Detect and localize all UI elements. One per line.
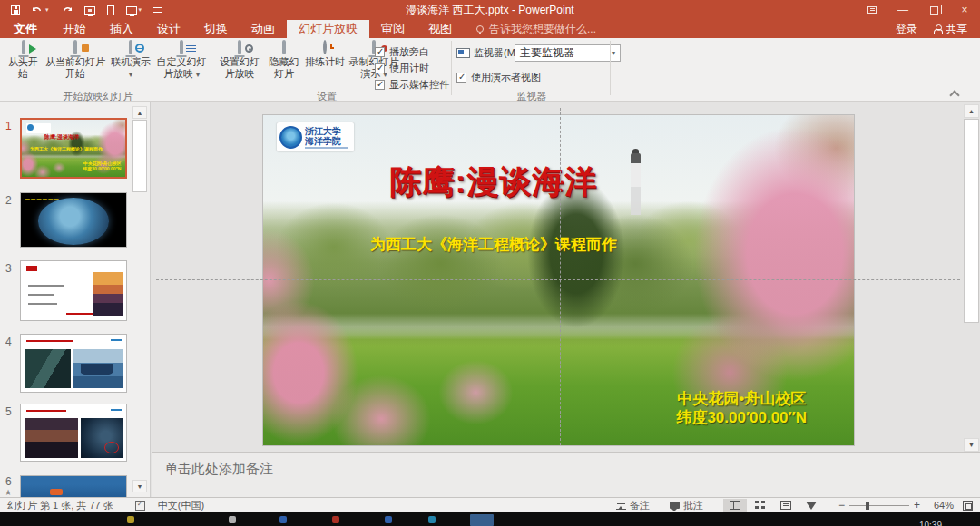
language-indicator[interactable]: 中文(中国) <box>158 499 204 512</box>
ribbon-display-options-icon[interactable] <box>857 0 887 20</box>
collapse-ribbon-icon[interactable] <box>951 89 958 96</box>
taskbar-app-icon[interactable] <box>229 516 236 523</box>
touch-mode-icon[interactable] <box>153 4 162 16</box>
use-presenter-view-label: 使用演示者视图 <box>471 71 541 84</box>
tab-slideshow[interactable]: 幻灯片放映 <box>287 20 369 38</box>
share-button[interactable]: 共享 <box>934 22 967 37</box>
tab-file[interactable]: 文件 <box>0 20 51 38</box>
zoom-out-button[interactable]: − <box>834 499 849 511</box>
university-logo-icon <box>279 126 302 149</box>
horizontal-guide[interactable] <box>156 279 960 280</box>
custom-slideshow-button[interactable]: 自定义幻灯片放映 ▾ <box>154 42 209 93</box>
slide-subtitle[interactable]: 为西工大《海洋工程概论》课程而作 <box>263 234 724 255</box>
reading-view-button[interactable] <box>774 499 798 512</box>
comments-toggle-button[interactable]: 批注 <box>670 499 703 512</box>
thumbnail-3-text-line <box>28 285 64 287</box>
zoom-slider[interactable] <box>849 505 909 506</box>
slideshow-view-button[interactable] <box>799 499 823 512</box>
use-timings-label: 使用计时 <box>389 62 429 75</box>
ribbon-tabs: 文件 开始 插入 设计 切换 动画 幻灯片放映 审阅 视图 告诉我您想要做什么.… <box>0 20 980 38</box>
play-narrations-checkbox[interactable]: 播放旁白 <box>375 45 429 58</box>
monitor-dropdown[interactable]: 主要监视器 ▾ <box>514 44 621 62</box>
thumbnail-1-title: 陈鹰:漫谈海洋 <box>44 133 79 141</box>
undo-icon[interactable]: ▾ <box>32 4 49 16</box>
thumbnail-slide-4[interactable] <box>20 334 127 393</box>
thumbnail-3-text-line <box>28 303 57 305</box>
thumbnail-1-logo <box>26 123 51 133</box>
restore-icon[interactable] <box>918 0 949 20</box>
use-presenter-view-checkbox[interactable]: 使用演示者视图 <box>456 71 541 83</box>
scroll-up-icon[interactable]: ▲ <box>964 104 979 118</box>
taskbar-app-icon[interactable] <box>385 516 392 523</box>
slide-edit-area: 浙江大学 海洋学院 陈鹰:漫谈海洋 为西工大《海洋工程概论》课程而作 中央花园•… <box>151 102 980 452</box>
window-controls: — × <box>857 0 980 20</box>
sign-in-button[interactable]: 登录 <box>896 22 917 37</box>
zoom-percentage[interactable]: 64% <box>934 500 954 511</box>
from-current-slide-button[interactable]: 从当前幻灯片开始 <box>43 42 108 93</box>
qat-customize-icon[interactable]: ▾ <box>126 4 142 16</box>
thumbnail-4-logo <box>111 339 122 341</box>
thumbnail-5-logo <box>111 409 122 411</box>
thumbnail-slide-3[interactable] <box>20 260 127 321</box>
thumbnail-number: 6 <box>5 475 12 488</box>
slide-sorter-view-button[interactable] <box>749 499 772 512</box>
thumbnail-slide-6[interactable]: — — — — — <box>20 475 127 497</box>
rehearse-timings-button[interactable]: 排练计时 <box>303 42 347 93</box>
thumbnail-slide-2[interactable]: — — — — — — <box>20 192 127 248</box>
notes-toggle-button[interactable]: 备注 <box>616 499 650 512</box>
thumbnail-scrollbar[interactable]: ▲ ▼ <box>132 106 147 492</box>
thumbnail-4-photo-right <box>74 349 122 388</box>
taskbar-app-icon[interactable] <box>428 516 436 523</box>
start-slideshow-icon[interactable] <box>84 4 95 16</box>
notes-panel[interactable]: 单击此处添加备注 <box>152 452 980 497</box>
tab-design[interactable]: 设计 <box>145 20 192 38</box>
save-icon[interactable] <box>11 4 20 16</box>
minimize-icon[interactable]: — <box>887 0 918 20</box>
normal-view-button[interactable] <box>723 499 747 512</box>
edit-area-scrollbar[interactable]: ▲ ▼ <box>964 104 979 452</box>
clock-icon <box>323 40 327 54</box>
notes-placeholder[interactable]: 单击此处添加备注 <box>164 461 273 478</box>
tab-review[interactable]: 审阅 <box>369 20 416 38</box>
tab-view[interactable]: 视图 <box>416 20 464 38</box>
accessibility-icon[interactable] <box>135 501 145 511</box>
notes-icon <box>616 502 626 510</box>
slide-location-text[interactable]: 中央花园•舟山校区 纬度30.00′00.00″N <box>676 389 807 427</box>
taskbar-app-icon[interactable] <box>279 516 287 523</box>
hide-slide-icon <box>282 40 286 54</box>
present-online-button[interactable]: 联机演示▾ <box>108 42 153 93</box>
redo-icon[interactable] <box>61 4 73 16</box>
slide-canvas[interactable]: 浙江大学 海洋学院 陈鹰:漫谈海洋 为西工大《海洋工程概论》课程而作 中央花园•… <box>263 115 854 445</box>
vertical-guide[interactable] <box>560 108 561 445</box>
tab-home[interactable]: 开始 <box>51 20 98 38</box>
share-label: 共享 <box>946 23 967 35</box>
tab-insert[interactable]: 插入 <box>98 20 145 38</box>
scrollbar-thumb[interactable] <box>132 120 147 192</box>
status-right: 备注 批注 − + 64% <box>616 499 980 512</box>
scrollbar-thumb[interactable] <box>964 119 979 323</box>
taskbar-active-app[interactable] <box>470 514 494 526</box>
new-document-icon[interactable] <box>107 4 114 16</box>
tell-me-box[interactable]: 告诉我您想要做什么... <box>476 20 596 38</box>
tab-transitions[interactable]: 切换 <box>192 20 240 38</box>
thumbnail-4-title <box>26 340 74 342</box>
from-beginning-button[interactable]: 从头开始 <box>4 42 43 93</box>
slide-title[interactable]: 陈鹰:漫谈海洋 <box>263 161 724 203</box>
setup-slideshow-button[interactable]: 设置幻灯片放映 <box>215 42 264 93</box>
close-icon[interactable]: × <box>949 0 980 20</box>
thumbnail-slide-1[interactable]: 陈鹰:漫谈海洋 为西工大《海洋工程概论》课程而作 中央花园•舟山校区纬度30.0… <box>20 118 127 179</box>
show-media-controls-checkbox[interactable]: 显示媒体控件 <box>375 78 449 91</box>
hide-slide-button[interactable]: 隐藏幻灯片 <box>265 42 303 93</box>
taskbar-app-icon[interactable] <box>127 516 134 523</box>
scroll-up-icon[interactable]: ▲ <box>132 106 147 119</box>
use-timings-checkbox[interactable]: 使用计时 <box>375 62 429 74</box>
scroll-down-icon[interactable]: ▼ <box>132 480 147 492</box>
university-logo: 浙江大学 海洋学院 <box>277 122 354 151</box>
tab-animations[interactable]: 动画 <box>240 20 287 38</box>
zoom-in-button[interactable]: + <box>909 499 925 511</box>
thumbnail-slide-5[interactable] <box>20 404 127 462</box>
fit-to-window-icon[interactable] <box>963 501 973 511</box>
scroll-down-icon[interactable]: ▼ <box>964 438 979 452</box>
taskbar-app-icon[interactable] <box>332 516 339 523</box>
zoom-slider-thumb[interactable] <box>866 502 869 510</box>
